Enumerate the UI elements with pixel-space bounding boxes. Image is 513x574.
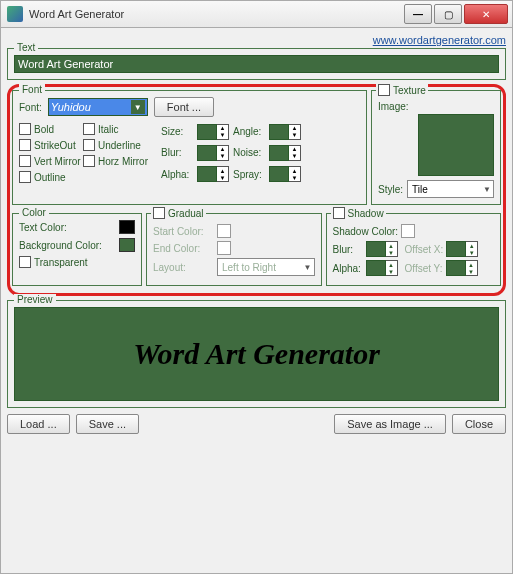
- color-group: Color Text Color: Background Color: Tran…: [12, 213, 142, 286]
- texture-image-label: Image:: [378, 101, 409, 112]
- font-label: Font:: [19, 102, 42, 113]
- gradual-layout-label: Layout:: [153, 262, 213, 273]
- shadow-blur-spinner[interactable]: ▲▼: [366, 241, 398, 257]
- vertmirror-checkbox[interactable]: [19, 155, 31, 167]
- vertmirror-label: Vert Mirror: [34, 156, 81, 167]
- spray-label: Spray:: [233, 169, 267, 180]
- texture-checkbox[interactable]: [378, 84, 390, 96]
- shadow-offsetx-spinner[interactable]: ▲▼: [446, 241, 478, 257]
- angle-spinner[interactable]: ▲▼: [269, 124, 301, 140]
- save-as-image-button[interactable]: Save as Image ...: [334, 414, 446, 434]
- shadow-offsety-label: Offset Y:: [405, 263, 443, 274]
- shadow-offsetx-label: Offset X:: [405, 244, 444, 255]
- window-title: Word Art Generator: [29, 8, 404, 20]
- gradual-group: Gradual Start Color: End Color: Layout: …: [146, 213, 322, 286]
- italic-label: Italic: [98, 124, 119, 135]
- shadow-legend: Shadow: [348, 208, 384, 219]
- font-legend: Font: [19, 84, 45, 95]
- font-combo[interactable]: Yuhidou ▼: [48, 98, 148, 116]
- gradual-start-label: Start Color:: [153, 226, 213, 237]
- alpha-label: Alpha:: [161, 169, 195, 180]
- highlight-box: Font Font: Yuhidou ▼ Font ... Bold Itali…: [7, 84, 506, 296]
- blur-label: Blur:: [161, 147, 195, 158]
- maximize-button[interactable]: ▢: [434, 4, 462, 24]
- noise-spinner[interactable]: ▲▼: [269, 145, 301, 161]
- spray-spinner[interactable]: ▲▼: [269, 166, 301, 182]
- shadow-blur-label: Blur:: [333, 244, 363, 255]
- preview-canvas: Word Art Generator: [14, 307, 499, 401]
- shadow-color-swatch[interactable]: [401, 224, 415, 238]
- shadow-checkbox[interactable]: [333, 207, 345, 219]
- close-button[interactable]: Close: [452, 414, 506, 434]
- strikeout-label: StrikeOut: [34, 140, 76, 151]
- outline-checkbox[interactable]: [19, 171, 31, 183]
- alpha-spinner[interactable]: ▲▼: [197, 166, 229, 182]
- text-group: Text: [7, 48, 506, 80]
- save-button[interactable]: Save ...: [76, 414, 139, 434]
- shadow-offsety-spinner[interactable]: ▲▼: [446, 260, 478, 276]
- texture-style-combo[interactable]: Tile▼: [407, 180, 494, 198]
- transparent-checkbox[interactable]: [19, 256, 31, 268]
- shadow-color-label: Shadow Color:: [333, 226, 399, 237]
- underline-checkbox[interactable]: [83, 139, 95, 151]
- bgcolor-swatch[interactable]: [119, 238, 135, 252]
- font-group: Font Font: Yuhidou ▼ Font ... Bold Itali…: [12, 90, 367, 205]
- texture-legend: Texture: [393, 85, 426, 96]
- bold-checkbox[interactable]: [19, 123, 31, 135]
- horzmirror-label: Horz Mirror: [98, 156, 148, 167]
- texture-preview[interactable]: [418, 114, 494, 176]
- horzmirror-checkbox[interactable]: [83, 155, 95, 167]
- preview-group: Preview Word Art Generator: [7, 300, 506, 408]
- textcolor-swatch[interactable]: [119, 220, 135, 234]
- textcolor-label: Text Color:: [19, 222, 67, 233]
- italic-checkbox[interactable]: [83, 123, 95, 135]
- color-legend: Color: [19, 207, 49, 218]
- font-button[interactable]: Font ...: [154, 97, 214, 117]
- minimize-button[interactable]: —: [404, 4, 432, 24]
- angle-label: Angle:: [233, 126, 267, 137]
- outline-label: Outline: [34, 172, 66, 183]
- text-input[interactable]: [14, 55, 499, 73]
- website-link[interactable]: www.wordartgenerator.com: [7, 34, 506, 46]
- app-icon: [7, 6, 23, 22]
- strikeout-checkbox[interactable]: [19, 139, 31, 151]
- shadow-alpha-spinner[interactable]: ▲▼: [366, 260, 398, 276]
- gradual-checkbox[interactable]: [153, 207, 165, 219]
- chevron-down-icon: ▼: [483, 185, 491, 194]
- texture-style-label: Style:: [378, 184, 403, 195]
- shadow-alpha-label: Alpha:: [333, 263, 363, 274]
- chevron-down-icon: ▼: [131, 100, 145, 114]
- size-spinner[interactable]: ▲▼: [197, 124, 229, 140]
- chevron-down-icon: ▼: [304, 263, 312, 272]
- load-button[interactable]: Load ...: [7, 414, 70, 434]
- size-label: Size:: [161, 126, 195, 137]
- text-legend: Text: [14, 42, 38, 53]
- noise-label: Noise:: [233, 147, 267, 158]
- bold-label: Bold: [34, 124, 54, 135]
- shadow-group: Shadow Shadow Color: Blur: ▲▼ Offset X: …: [326, 213, 502, 286]
- blur-spinner[interactable]: ▲▼: [197, 145, 229, 161]
- gradual-legend: Gradual: [168, 208, 204, 219]
- gradual-layout-combo[interactable]: Left to Right▼: [217, 258, 315, 276]
- gradual-end-swatch[interactable]: [217, 241, 231, 255]
- close-window-button[interactable]: ✕: [464, 4, 508, 24]
- preview-text: Word Art Generator: [133, 337, 380, 371]
- titlebar: Word Art Generator — ▢ ✕: [0, 0, 513, 28]
- gradual-start-swatch[interactable]: [217, 224, 231, 238]
- gradual-end-label: End Color:: [153, 243, 213, 254]
- texture-group: Texture Image: Style: Tile▼: [371, 90, 501, 205]
- font-selected: Yuhidou: [51, 101, 91, 113]
- underline-label: Underline: [98, 140, 141, 151]
- bgcolor-label: Background Color:: [19, 240, 102, 251]
- preview-legend: Preview: [14, 294, 56, 305]
- transparent-label: Transparent: [34, 257, 88, 268]
